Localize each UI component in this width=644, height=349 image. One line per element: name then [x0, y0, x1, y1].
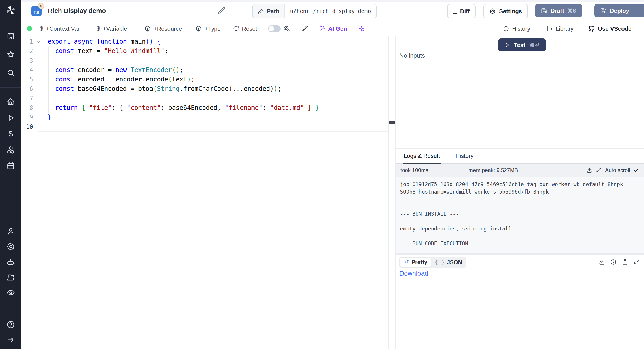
pretty-toggle[interactable]: Pretty [400, 258, 431, 267]
copy-clipboard-icon[interactable] [622, 259, 628, 265]
line-number[interactable]: 6 [22, 84, 33, 94]
code-line[interactable] [48, 94, 319, 103]
format-button[interactable] [302, 22, 308, 36]
deploy-button[interactable]: Deploy [594, 4, 644, 18]
download-link[interactable]: Download [399, 270, 428, 277]
toggle-switch[interactable] [268, 25, 281, 32]
sidebar-item-schedules[interactable] [6, 162, 15, 170]
expand-result-icon[interactable] [633, 259, 640, 265]
dollar-icon: $ [40, 25, 44, 32]
save-icon [541, 8, 548, 14]
settings-button[interactable]: Settings [484, 4, 528, 18]
add-variable-label: +Variable [103, 25, 127, 32]
sidebar-item-audit-logs[interactable] [6, 288, 15, 297]
ai-sparkles-button[interactable] [358, 22, 365, 36]
line-number[interactable]: 1 [22, 37, 33, 46]
sidebar-item-user[interactable] [6, 227, 15, 236]
path-value[interactable]: u/henri/rich_display_demo [285, 5, 376, 18]
expand-logs-icon[interactable] [596, 167, 602, 173]
line-number[interactable]: 7 [22, 94, 33, 103]
add-resource-label: +Resource [154, 25, 182, 32]
tab-logs-result[interactable]: Logs & Result [403, 149, 441, 164]
line-number[interactable]: 10 [22, 122, 33, 132]
ai-gen-button[interactable]: AI Gen [318, 22, 347, 36]
result-splitter-horizontal[interactable] [396, 253, 644, 255]
code-editor[interactable]: 12345678910 export async function main()… [22, 36, 395, 349]
windmill-script-editor: $ [0, 0, 644, 349]
path-label-segment[interactable]: Path [253, 5, 285, 18]
code-line[interactable]: } [48, 113, 319, 122]
panel-splitter-vertical[interactable] [395, 36, 396, 349]
download-result-icon[interactable] [598, 259, 605, 265]
windmill-logo-icon[interactable] [5, 5, 16, 16]
sidebar-item-folders[interactable] [6, 273, 15, 282]
code-line[interactable] [48, 56, 319, 65]
code-line[interactable] [48, 122, 319, 132]
add-type-button[interactable]: +Type [195, 22, 221, 36]
result-actions [598, 259, 640, 265]
diff-button[interactable]: ± Diff [447, 4, 476, 18]
search-icon [6, 69, 15, 77]
use-vscode-button[interactable]: Use VScode [588, 22, 632, 36]
sidebar-item-search[interactable] [6, 69, 15, 77]
save-icon [600, 8, 607, 14]
sidebar-item-favorites[interactable] [6, 50, 15, 59]
code-line[interactable]: const encoded = encoder.encode(text); [48, 75, 319, 84]
code-line[interactable]: return { "file": { "content": base64Enco… [48, 103, 319, 113]
sidebar-item-help[interactable] [6, 320, 15, 329]
code-line[interactable]: const base64Encoded = btoa(String.fromCh… [48, 84, 319, 94]
path-field[interactable]: Path u/henri/rich_display_demo [252, 4, 377, 18]
download-logs-icon[interactable] [586, 167, 592, 173]
test-button[interactable]: Test ⌘↵ [498, 39, 546, 52]
ai-gen-label: AI Gen [328, 25, 347, 32]
sidebar-item-variables[interactable]: $ [6, 129, 15, 138]
sidebar-item-runs[interactable] [6, 113, 15, 122]
run-info-bar: took 100ms mem peak: 9.527MB Auto scroll [396, 164, 644, 177]
add-resource-button[interactable]: +Resource [144, 22, 182, 36]
line-number[interactable]: 5 [22, 75, 33, 84]
line-number[interactable]: 4 [22, 65, 33, 75]
sidebar-item-workspace[interactable] [6, 32, 15, 41]
add-context-var-button[interactable]: $ +Context Var [40, 22, 80, 36]
line-number[interactable]: 2 [22, 46, 33, 56]
gear-icon [489, 8, 496, 15]
info-icon[interactable] [610, 259, 617, 265]
test-shortcut: ⌘↵ [529, 42, 540, 48]
sidebar-divider [0, 87, 22, 88]
library-button[interactable]: Library [546, 22, 573, 36]
code-line[interactable]: export async function main() { [48, 37, 319, 46]
autoscroll-label[interactable]: Auto scroll [605, 167, 630, 173]
reset-button[interactable]: Reset [232, 22, 257, 36]
multiplayer-button[interactable] [283, 22, 290, 36]
deploy-button-label: Deploy [610, 8, 629, 14]
edit-title-button[interactable] [217, 6, 226, 15]
arrow-right-icon [6, 335, 15, 344]
panel-splitter-horizontal[interactable] [396, 148, 644, 149]
log-output[interactable]: job=01912d75-163d-8204-47c9-5469c516cb1e… [396, 177, 644, 253]
sidebar: $ [0, 0, 22, 349]
window-top-strip [22, 0, 644, 2]
code-line[interactable]: const encoder = new TextEncoder(); [48, 65, 319, 75]
add-variable-button[interactable]: $ +Variable [96, 22, 127, 36]
sidebar-item-expand[interactable] [6, 335, 15, 344]
sidebar-item-settings[interactable] [6, 242, 15, 251]
calendar-icon [6, 162, 15, 170]
code-line[interactable]: const text = "Hello Windmill"; [48, 46, 319, 56]
github-icon [588, 25, 595, 32]
page-title: Rich Display demo [48, 7, 106, 15]
line-number[interactable]: 3 [22, 56, 33, 65]
sidebar-item-home[interactable] [6, 97, 15, 106]
history-button[interactable]: History [503, 22, 530, 36]
sidebar-item-resources[interactable] [6, 145, 15, 154]
overview-ruler-border [388, 36, 389, 349]
line-number[interactable]: 8 [22, 103, 33, 113]
sidebar-item-workers[interactable] [6, 258, 15, 267]
json-toggle[interactable]: { } JSON [431, 258, 466, 267]
line-number[interactable]: 9 [22, 113, 33, 122]
add-context-var-label: +Context Var [46, 25, 80, 32]
diff-mode-toggle[interactable] [268, 22, 281, 36]
fold-chevron-icon[interactable] [36, 39, 42, 45]
draft-button[interactable]: Draft ⌘S [535, 4, 582, 18]
tab-history[interactable]: History [454, 149, 474, 164]
check-icon[interactable] [633, 167, 639, 173]
